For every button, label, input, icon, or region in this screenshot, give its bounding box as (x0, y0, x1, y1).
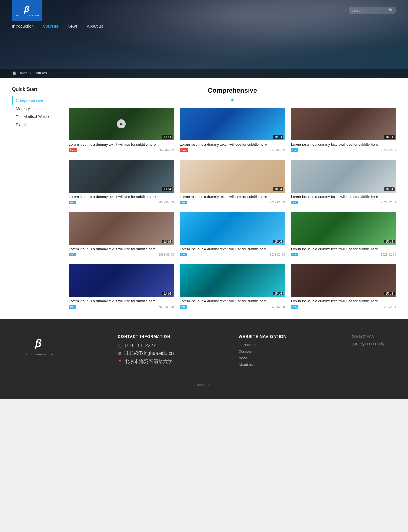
video-thumb-1: ▶ 10:34 (69, 108, 174, 140)
duration-badge-9: 10:34 (384, 240, 395, 243)
video-date-5: 2022-02-09 (270, 201, 285, 204)
footer-logo-icon: β (30, 334, 47, 352)
video-meta-6: Hot 2022-02-09 (291, 201, 396, 204)
video-title-8: Lorem ipsun is a dummy text it will use … (180, 247, 285, 252)
video-thumb-3: 10:34 (291, 108, 396, 140)
nav-item-introduction[interactable]: Introduction (12, 24, 34, 29)
video-thumb-5: 10:34 (180, 160, 285, 193)
video-card-2[interactable]: 10:34 Lorem ipsun is a dummy text it wil… (180, 108, 285, 154)
video-date-3: 2022-02-09 (381, 148, 396, 152)
video-thumb-2: 10:34 (180, 108, 285, 140)
footer-email: 1111@Tsinghua.edu.cn (123, 351, 174, 356)
video-thumb-7: 10:34 (69, 212, 174, 245)
video-thumb-12: 10:34 (291, 264, 396, 297)
footer-nav-news[interactable]: News (239, 356, 287, 360)
footer-nav-col: WEBSITE NAVIGATION Introduction Courses … (239, 334, 287, 369)
video-date-10: 2022-02-09 (159, 305, 174, 309)
video-tag-11: Hot (180, 305, 187, 309)
video-title-4: Lorem ipsun is a dummy text it will use … (69, 194, 174, 200)
video-card-9[interactable]: 10:34 Lorem ipsun is a dummy text it wil… (291, 212, 396, 258)
footer-nav-introduction[interactable]: Introduction (239, 343, 287, 347)
video-title-6: Lorem ipsun is a dummy text it will use … (291, 194, 396, 200)
video-card-8[interactable]: 10:34 Lorem ipsun is a dummy text it wil… (180, 212, 285, 258)
logo-text: BASEL CONVENTION (14, 15, 40, 17)
video-card-1[interactable]: ▶ 10:34 Lorem ipsun is a dummy text it w… (69, 108, 174, 154)
video-tag-12: Hot (291, 305, 298, 309)
footer-contact-title: CONTACT INFORMATION (118, 334, 174, 339)
video-meta-11: Hot 2022-02-09 (180, 305, 285, 309)
sidebar-title: Quick Start (12, 87, 60, 92)
video-card-5[interactable]: 10:34 Lorem ipsun is a dummy text it wil… (180, 160, 285, 206)
search-icon[interactable]: 🔍 (388, 8, 393, 13)
video-meta-12: Hot 2022-02-09 (291, 305, 396, 309)
video-tag-9: Hot (291, 253, 298, 256)
title-underline: ▲ (69, 97, 396, 102)
logo[interactable]: β BASEL CONVENTION (12, 0, 42, 21)
footer-address: 北京市海淀区清华大学 (125, 358, 173, 365)
main-navigation: Introduction Courses News About us (0, 21, 408, 32)
video-thumb-8: 10:34 (180, 212, 285, 245)
header: β BASEL CONVENTION 🔍 Introduction Course… (0, 0, 408, 78)
duration-badge-11: 10:34 (273, 292, 283, 295)
video-info-12: Lorem ipsun is a dummy text it will use … (291, 297, 396, 310)
video-card-12[interactable]: 10:34 Lorem ipsun is a dummy text it wil… (291, 264, 396, 310)
sidebar-item-medical-waste[interactable]: The Medical Waste (12, 113, 60, 121)
video-card-4[interactable]: 10:34 Lorem ipsun is a dummy text it wil… (69, 160, 174, 206)
video-tag-6: Hot (291, 201, 298, 204)
video-card-3[interactable]: 10:34 Lorem ipsun is a dummy text it wil… (291, 108, 396, 154)
footer-nav-courses[interactable]: Courses (239, 349, 287, 354)
footer-right: 版权所有 AAA 京ICP备11111111号 (352, 334, 384, 369)
search-input[interactable] (351, 8, 387, 13)
video-info-9: Lorem ipsun is a dummy text it will use … (291, 245, 396, 258)
sidebar-item-plastic[interactable]: Plastic (12, 121, 60, 129)
video-title-7: Lorem ipsun is a dummy text it will use … (69, 247, 174, 252)
video-meta-3: Hot 2022-02-09 (291, 148, 396, 152)
video-meta-2: New 2022-02-09 (180, 148, 285, 152)
footer-copyright: 版权所有 AAA (352, 334, 384, 339)
play-button-1[interactable]: ▶ (117, 119, 126, 128)
footer-logo-text: BASEL CONVENTION (24, 353, 53, 356)
header-top-bar: β BASEL CONVENTION 🔍 (0, 0, 408, 21)
email-icon: ✉ (118, 351, 121, 356)
video-date-6: 2022-02-09 (381, 201, 396, 204)
courses-content: Comprehensive ▲ ▶ 10:34 Lorem ipsun is a… (69, 87, 396, 310)
video-card-6[interactable]: 10:34 Lorem ipsun is a dummy text it wil… (291, 160, 396, 206)
video-card-11[interactable]: 10:34 Lorem ipsun is a dummy text it wil… (180, 264, 285, 310)
nav-item-courses[interactable]: Courses (43, 24, 58, 29)
video-date-8: 2022-02-09 (270, 253, 285, 256)
video-tag-10: Hot (69, 305, 76, 309)
video-title-1: Lorem ipsun is a dummy text it will use … (69, 142, 174, 147)
duration-badge-4: 10:34 (162, 187, 172, 191)
duration-badge-5: 10:34 (273, 187, 283, 191)
video-thumb-9: 10:34 (291, 212, 396, 245)
phone-icon: 📞 (118, 344, 122, 348)
footer-phone-row: 📞 010-11112222 (118, 343, 174, 348)
video-info-4: Lorem ipsun is a dummy text it will use … (69, 193, 174, 206)
duration-badge-12: 10:34 (384, 292, 395, 295)
video-info-11: Lorem ipsun is a dummy text it will use … (180, 297, 285, 310)
breadcrumb-separator: > (30, 71, 32, 75)
location-icon: 📍 (118, 359, 122, 364)
search-bar[interactable]: 🔍 (349, 7, 396, 14)
video-info-3: Lorem ipsun is a dummy text it will use … (291, 140, 396, 154)
video-meta-5: Hot 2022-02-09 (180, 201, 285, 204)
video-meta-4: Hot 2022-02-09 (69, 201, 174, 204)
footer-nav-about[interactable]: About us (239, 363, 287, 367)
video-meta-8: Hot 2022-02-09 (180, 253, 285, 256)
video-title-5: Lorem ipsun is a dummy text it will use … (180, 194, 285, 200)
footer-about-us[interactable]: About US (197, 383, 211, 387)
sidebar-item-mercury[interactable]: Mercury (12, 105, 60, 113)
sidebar-item-comprehensive[interactable]: Comprehensive (12, 96, 60, 105)
footer-address-row: 📍 北京市海淀区清华大学 (118, 358, 174, 365)
video-card-10[interactable]: 10:34 Lorem ipsun is a dummy text it wil… (69, 264, 174, 310)
footer-email-row: ✉ 1111@Tsinghua.edu.cn (118, 351, 174, 356)
breadcrumb-home[interactable]: Home (18, 71, 28, 75)
nav-item-about-us[interactable]: About us (87, 24, 103, 29)
duration-badge-3: 10:34 (384, 135, 395, 139)
breadcrumb-current: Courses (33, 71, 47, 75)
nav-item-news[interactable]: News (67, 24, 78, 29)
video-title-2: Lorem ipsun is a dummy text it will use … (180, 142, 285, 147)
duration-badge-2: 10:34 (273, 135, 283, 139)
video-tag-3: Hot (291, 148, 298, 152)
video-card-7[interactable]: 10:34 Lorem ipsun is a dummy text it wil… (69, 212, 174, 258)
